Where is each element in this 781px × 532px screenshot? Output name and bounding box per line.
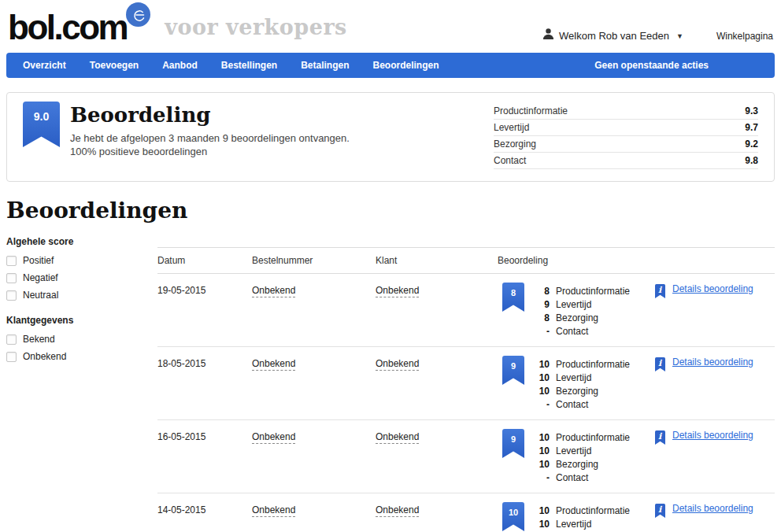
filter-group-algehele-score: Algehele score Positief Negatief Neutraa…	[6, 236, 157, 301]
nav-item-aanbod[interactable]: Aanbod	[150, 53, 209, 78]
review-date: 19-05-2015	[157, 285, 252, 346]
metric-value: 9.3	[745, 105, 758, 116]
details-block: i Details beoordeling	[655, 283, 753, 298]
order-number[interactable]: Onbekend	[252, 285, 295, 297]
details-beoordeling-link[interactable]: Details beoordeling	[672, 357, 753, 368]
rating-cell: 10 10Productinformatie 10Levertijd i Det…	[498, 504, 775, 532]
filter-option-negatief[interactable]: Negatief	[6, 272, 157, 283]
column-header-datum: Datum	[157, 255, 252, 266]
logo-swirl-icon	[126, 2, 150, 27]
checkbox[interactable]	[6, 352, 17, 362]
rating-metrics: 10Productinformatie 10Levertijd 10Bezorg…	[534, 358, 630, 412]
header-right: Welkom Rob van Eeden ▼ Winkelpagina	[543, 30, 773, 42]
info-icon[interactable]: i	[655, 357, 665, 371]
column-header-klant: Klant	[376, 255, 498, 266]
rating-cell: 9 10Productinformatie 10Levertijd 10Bezo…	[498, 431, 775, 493]
score-value: 9	[502, 361, 524, 371]
score-value: 8	[502, 288, 524, 297]
info-icon[interactable]: i	[655, 430, 665, 445]
account-menu[interactable]: Welkom Rob van Eeden ▼	[543, 30, 683, 42]
rating-metrics: 10Productinformatie 10Levertijd 10Bezorg…	[534, 431, 630, 485]
nav-item-beoordelingen[interactable]: Beoordelingen	[361, 53, 451, 78]
open-actions-status[interactable]: Geen openstaande acties	[594, 60, 709, 71]
details-beoordeling-link[interactable]: Details beoordeling	[672, 283, 753, 294]
checkbox[interactable]	[6, 256, 17, 266]
filter-option-label: Positief	[23, 255, 54, 266]
filters-sidebar: Algehele score Positief Negatief Neutraa…	[6, 224, 157, 532]
score-ribbon-badge: 8	[502, 283, 524, 312]
order-number[interactable]: Onbekend	[252, 358, 295, 371]
main-content: Algehele score Positief Negatief Neutraa…	[6, 224, 775, 532]
details-beoordeling-link[interactable]: Details beoordeling	[672, 430, 753, 441]
filter-option-label: Onbekend	[23, 351, 66, 362]
customer-cell: Onbekend	[376, 504, 498, 532]
table-row: 14-05-2015 Onbekend Onbekend 10 10Produc…	[157, 493, 775, 532]
column-header-beoordeling: Beoordeling	[498, 255, 775, 266]
page-title: Beoordelingen	[6, 198, 775, 224]
checkbox[interactable]	[6, 334, 17, 345]
summary-line1: Je hebt de afgelopen 3 maanden 9 beoorde…	[70, 131, 350, 145]
nav-item-toevoegen[interactable]: Toevoegen	[78, 53, 150, 78]
score-ribbon-badge: 9	[502, 429, 524, 458]
reviews-table: Datum Bestelnummer Klant Beoordeling 19-…	[157, 247, 775, 532]
filter-option-bekend[interactable]: Bekend	[6, 334, 157, 345]
checkbox[interactable]	[6, 273, 17, 283]
filter-option-onbekend[interactable]: Onbekend	[6, 351, 157, 362]
metric-label: Levertijd	[494, 122, 529, 133]
score-value: 9	[502, 434, 524, 444]
metric-label: Bezorging	[494, 139, 536, 150]
info-icon[interactable]: i	[655, 284, 665, 298]
order-number-cell: Onbekend	[252, 358, 376, 419]
details-block: i Details beoordeling	[655, 430, 753, 445]
customer-cell: Onbekend	[376, 285, 498, 346]
filter-group-klantgegevens: Klantgegevens Bekend Onbekend	[6, 315, 157, 362]
filter-option-positief[interactable]: Positief	[6, 255, 157, 266]
customer-cell: Onbekend	[376, 358, 498, 419]
info-icon[interactable]: i	[655, 504, 665, 518]
metric-value: 9.7	[745, 122, 758, 133]
summary-title: Beoordeling	[70, 103, 350, 127]
customer-name[interactable]: Onbekend	[376, 285, 419, 297]
order-number-cell: Onbekend	[252, 504, 376, 532]
summary-metrics-list: Productinformatie 9.3 Levertijd 9.7 Bezo…	[494, 103, 758, 169]
review-date: 14-05-2015	[157, 504, 252, 532]
checkbox[interactable]	[6, 290, 17, 301]
order-number-cell: Onbekend	[252, 431, 376, 493]
details-block: i Details beoordeling	[655, 503, 753, 518]
overall-score-value: 9.0	[23, 110, 60, 123]
table-row: 16-05-2015 Onbekend Onbekend 9 10Product…	[157, 420, 775, 493]
filter-option-neutraal[interactable]: Neutraal	[6, 290, 157, 301]
metric-row-contact: Contact 9.8	[494, 153, 758, 169]
winkelpagina-link[interactable]: Winkelpagina	[716, 31, 773, 42]
rating-cell: 8 8Productinformatie 9Levertijd 8Bezorgi…	[498, 285, 775, 346]
bolcom-logo[interactable]: bol.com	[8, 6, 143, 46]
table-row: 19-05-2015 Onbekend Onbekend 8 8Producti…	[157, 274, 775, 347]
customer-name[interactable]: Onbekend	[376, 431, 419, 444]
table-row: 18-05-2015 Onbekend Onbekend 9 10Product…	[157, 347, 775, 420]
table-header: Datum Bestelnummer Klant Beoordeling	[157, 247, 775, 274]
column-header-bestelnummer: Bestelnummer	[252, 255, 376, 266]
rating-summary-card: 9.0 Beoordeling Je hebt de afgelopen 3 m…	[6, 92, 775, 182]
nav-item-bestellingen[interactable]: Bestellingen	[209, 53, 289, 78]
customer-name[interactable]: Onbekend	[376, 358, 419, 371]
order-number-cell: Onbekend	[252, 285, 376, 346]
metric-row-levertijd: Levertijd 9.7	[494, 120, 758, 136]
details-beoordeling-link[interactable]: Details beoordeling	[672, 503, 753, 514]
metric-label: Productinformatie	[494, 105, 568, 116]
overall-score-ribbon-badge: 9.0	[23, 102, 60, 147]
customer-cell: Onbekend	[376, 431, 498, 493]
customer-name[interactable]: Onbekend	[376, 504, 419, 517]
order-number[interactable]: Onbekend	[252, 504, 295, 517]
order-number[interactable]: Onbekend	[252, 431, 295, 444]
metric-row-bezorging: Bezorging 9.2	[494, 136, 758, 153]
filter-group-title: Algehele score	[6, 236, 157, 247]
nav-item-overzicht[interactable]: Overzicht	[11, 53, 78, 78]
welcome-label: Welkom Rob van Eeden	[559, 30, 669, 42]
user-icon	[543, 28, 553, 42]
review-date: 16-05-2015	[157, 431, 252, 493]
metric-label: Contact	[494, 155, 526, 166]
nav-item-betalingen[interactable]: Betalingen	[289, 53, 361, 78]
score-value: 10	[502, 508, 524, 517]
chevron-down-icon: ▼	[676, 32, 683, 40]
rating-metrics: 8Productinformatie 9Levertijd 8Bezorging…	[534, 285, 630, 338]
